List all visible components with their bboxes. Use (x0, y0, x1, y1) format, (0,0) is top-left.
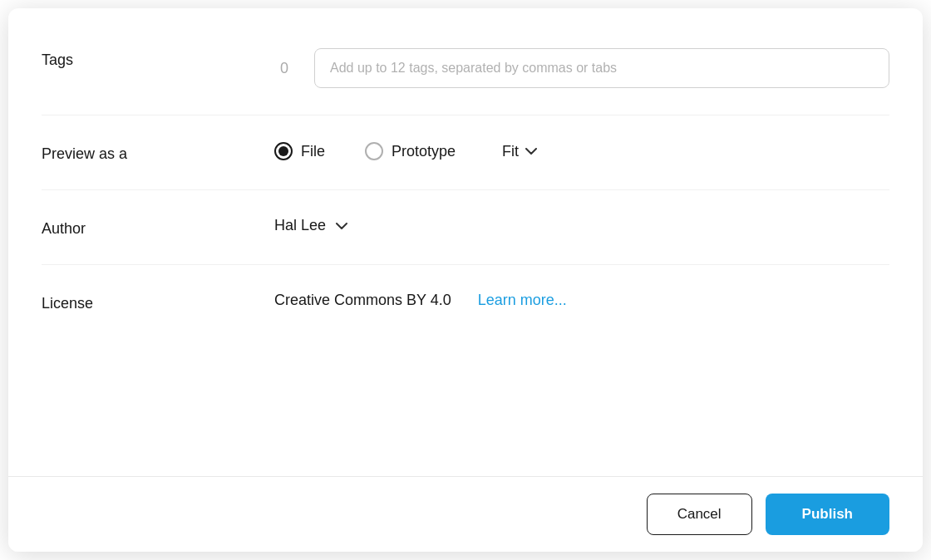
license-field-content: Creative Commons BY 4.0 Learn more... (274, 292, 889, 309)
preview-field-content: File Prototype Fit (274, 142, 889, 160)
preview-file-label: File (301, 143, 325, 160)
fit-chevron-icon (525, 148, 537, 155)
preview-prototype-radio[interactable] (365, 142, 383, 160)
author-value: Hal Lee (274, 217, 326, 234)
tags-field-content: 0 (274, 48, 889, 88)
preview-file-radio[interactable] (274, 142, 293, 160)
fit-label: Fit (502, 143, 519, 160)
license-value: Creative Commons BY 4.0 (274, 292, 451, 309)
cancel-button[interactable]: Cancel (647, 494, 752, 535)
license-field-row: License Creative Commons BY 4.0 Learn mo… (42, 265, 889, 339)
tags-label: Tags (42, 48, 274, 69)
tags-input[interactable] (314, 48, 889, 88)
tags-field-row: Tags 0 (42, 35, 889, 115)
dialog-footer: Cancel Publish (8, 476, 923, 552)
preview-field-row: Preview as a File Prototype Fit (42, 115, 889, 190)
publish-dialog: Tags 0 Preview as a File Prototype Fit (8, 8, 923, 552)
publish-button[interactable]: Publish (766, 494, 889, 535)
author-field-content: Hal Lee (274, 217, 889, 234)
license-label: License (42, 292, 274, 312)
author-label: Author (42, 217, 274, 238)
tags-count: 0 (274, 60, 294, 77)
preview-prototype-label: Prototype (392, 143, 456, 160)
preview-prototype-option[interactable]: Prototype (365, 142, 456, 160)
preview-label: Preview as a (42, 142, 274, 163)
fit-dropdown[interactable]: Fit (502, 143, 537, 160)
learn-more-link[interactable]: Learn more... (478, 292, 567, 309)
author-dropdown[interactable]: Hal Lee (274, 217, 347, 234)
author-field-row: Author Hal Lee (42, 190, 889, 265)
dialog-body: Tags 0 Preview as a File Prototype Fit (8, 8, 923, 476)
author-chevron-icon (336, 223, 347, 229)
preview-file-option[interactable]: File (274, 142, 325, 160)
